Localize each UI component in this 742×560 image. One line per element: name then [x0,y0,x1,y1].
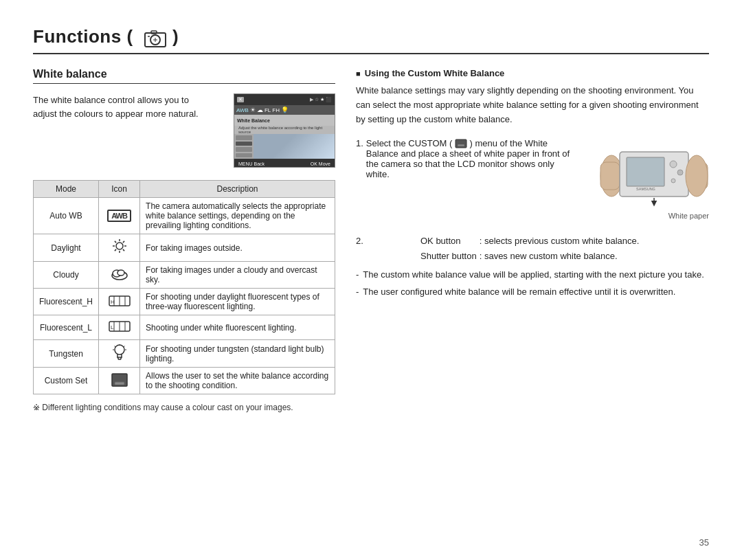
table-row: Daylight [34,234,335,262]
table-row: Tungsten [34,340,335,368]
shutter-desc: : saves new custom white balance. [480,249,709,264]
ok-shutter-grid: 2. OK button : selects previous custom w… [356,234,709,264]
table-row: Fluorescent_H H [34,289,335,315]
table-row: Cloudy For taking images under a cloudy … [34,262,335,289]
footnote: ※ Different lighting conditions may caus… [33,403,335,412]
svg-line-36 [114,346,115,348]
desc-cell: For shooting under daylight fluorescent … [140,289,335,315]
desc-cell: Shooting under white fluorescent lightin… [140,315,335,340]
mode-cell: Custom Set [34,368,99,394]
svg-point-49 [670,161,677,168]
svg-line-11 [114,241,115,243]
table-row: Fluorescent_L L [34,315,335,340]
right-column: Using the Custom White Balance White bal… [356,68,709,412]
step1-text-block: 1. Select the CUSTOM ( ) menu of the Whi… [356,138,577,227]
sun-icon [111,238,128,258]
bullet-dash-2: - [356,285,359,300]
svg-point-53 [686,155,708,197]
icon-cell [99,234,140,262]
step1-block: 1. Select the CUSTOM ( ) menu of the Whi… [356,138,709,227]
svg-point-17 [117,270,124,276]
svg-rect-41 [115,382,124,385]
ok-button-label: OK button [420,234,477,249]
icon-cell: L [99,315,140,340]
mode-cell: Fluorescent_H [34,289,99,315]
bullet-list: - The custom white balance value will be… [356,268,709,300]
svg-line-14 [114,249,115,251]
bullet-dash-1: - [356,268,359,282]
bullet-text-2: The user configured white balance will b… [363,285,675,300]
camera-diagram: SAMSUNG [599,138,709,220]
svg-point-51 [671,179,675,183]
desc-cell: For taking images under a cloudy and ove… [140,262,335,289]
svg-point-50 [677,170,683,175]
icon-cell [99,262,140,289]
table-header-desc: Description [140,181,335,198]
page: Functions ( ) White balance [0,0,742,560]
screen-mockup: ✕ ▶ ☆ ★ ⬛ AWB ☀ ☁ FL FH [234,93,335,168]
intro-block: The white balance control allows you toa… [33,93,335,168]
mode-cell: Cloudy [34,262,99,289]
svg-text:L: L [111,324,114,331]
fluor-l-icon: L [109,326,131,336]
svg-point-6 [116,243,123,249]
svg-rect-45 [600,162,620,190]
right-intro-text: White balance settings may vary slightly… [356,84,709,126]
table-row: Custom Set Allows the user to set the wh… [34,368,335,394]
custom-symbol-icon [455,139,467,148]
bullet-item-1: - The custom white balance value will be… [356,268,709,282]
step1-content: Select the CUSTOM ( ) menu of the White … [366,138,577,180]
content-area: White balance The white balance control … [33,68,709,412]
mode-cell: Tungsten [34,340,99,368]
intro-text: The white balance control allows you toa… [33,93,224,120]
camera-hands-svg: SAMSUNG [599,138,709,207]
ok-button-desc: : selects previous custom white balance. [480,234,709,249]
white-balance-table: Mode Icon Description Auto WB AWB The ca… [33,180,335,394]
svg-point-28 [115,345,124,355]
page-number: 35 [699,537,709,548]
desc-cell: For taking images outside. [140,234,335,262]
step2-label: 2. [356,234,418,249]
icon-cell [99,368,140,394]
custom-icon [111,380,128,390]
page-title: Functions ( ) [33,26,179,49]
step1-number: 1. [356,138,363,180]
mode-cell: Fluorescent_L [34,315,99,340]
svg-line-37 [124,346,125,348]
desc-cell: For shooting under tungsten (standard li… [140,340,335,368]
svg-line-12 [122,249,124,251]
tungsten-icon [112,354,127,363]
camera-with-hands: SAMSUNG [599,138,709,209]
mode-cell: Daylight [34,234,99,262]
cloud-icon [110,267,129,284]
svg-line-13 [122,241,124,243]
icon-cell [99,340,140,368]
table-header-mode: Mode [34,181,99,198]
icon-cell: AWB [99,198,140,234]
shutter-label: Shutter button [420,249,477,264]
table-row: Auto WB AWB The camera automatically sel… [34,198,335,234]
svg-rect-47 [627,157,664,186]
page-header: Functions ( ) [33,26,709,54]
awb-icon: AWB [107,210,131,222]
desc-cell: The camera automatically selects the app… [140,198,335,234]
white-paper-label: White paper [599,212,709,220]
svg-text:H: H [111,299,115,305]
svg-text:SAMSUNG: SAMSUNG [636,187,655,191]
svg-rect-43 [458,144,464,146]
desc-cell: Allows the user to set the white balance… [140,368,335,394]
icon-cell: H [99,289,140,315]
bullet-text-1: The custom white balance value will be a… [363,268,704,282]
fluor-h-icon: H [109,301,131,311]
step-1: 1. Select the CUSTOM ( ) menu of the Whi… [356,138,577,180]
using-custom-wb-title: Using the Custom White Balance [356,68,709,78]
table-header-icon: Icon [99,181,140,198]
camera-icon [144,28,167,49]
section-title: White balance [33,68,335,84]
mode-cell: Auto WB [34,198,99,234]
bullet-item-2: - The user configured white balance will… [356,285,709,300]
left-column: White balance The white balance control … [33,68,335,412]
step2-block: 2. OK button : selects previous custom w… [356,234,709,264]
